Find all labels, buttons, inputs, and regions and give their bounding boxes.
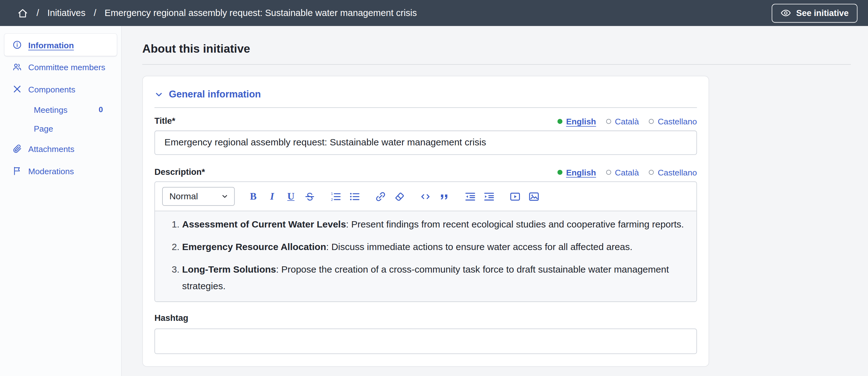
selected-language-dot [557, 170, 562, 175]
code-icon [420, 191, 431, 202]
video-embed-button[interactable] [506, 188, 524, 205]
link-button[interactable] [372, 188, 390, 205]
title-input[interactable] [155, 131, 697, 155]
indent-decrease-button[interactable] [461, 188, 479, 205]
sidebar-item-committee-members[interactable]: Committee members [4, 56, 117, 78]
sidebar-item-attachments[interactable]: Attachments [4, 138, 117, 160]
sidebar-item-components[interactable]: Components [4, 78, 117, 100]
meetings-count-badge: 0 [99, 105, 109, 114]
sidebar-item-label: Page [34, 124, 53, 133]
breadcrumb-separator: / [94, 8, 96, 19]
svg-text:2: 2 [331, 197, 333, 201]
indent-increase-button[interactable] [480, 188, 498, 205]
breadcrumb-initiatives-link[interactable]: Initiatives [48, 8, 85, 19]
editor-list-item: Long-Term Solutions: Propose the creatio… [182, 262, 685, 295]
language-selector: English Català Castellano [557, 168, 697, 177]
info-icon [12, 40, 22, 50]
home-icon [17, 7, 28, 19]
main-content: About this initiative General informatio… [122, 26, 868, 376]
rich-text-editor: Normal B I U [155, 181, 697, 302]
tools-icon [12, 84, 22, 94]
code-button[interactable] [416, 188, 435, 205]
editor-toolbar: Normal B I U [155, 182, 696, 211]
blockquote-button[interactable] [435, 188, 454, 205]
video-icon [509, 191, 521, 202]
sidebar-item-meetings[interactable]: Meetings 0 [4, 100, 117, 119]
sidebar-item-label: Moderations [28, 166, 74, 175]
general-information-toggle[interactable]: General information [155, 88, 697, 108]
bold-button[interactable]: B [244, 188, 262, 205]
language-tab-english[interactable]: English [557, 116, 596, 126]
language-tab-english[interactable]: English [557, 168, 596, 177]
paragraph-style-select[interactable]: Normal [162, 187, 235, 206]
see-initiative-button[interactable]: See initiative [772, 3, 857, 22]
image-icon [528, 191, 540, 202]
strikethrough-icon [304, 191, 315, 202]
underline-button[interactable]: U [282, 188, 300, 205]
eraser-icon [394, 191, 405, 202]
sidebar-item-page[interactable]: Page [4, 119, 117, 138]
bold-icon: B [250, 192, 256, 202]
language-tab-castellano[interactable]: Castellano [649, 168, 697, 177]
sidebar-item-label: Meetings [34, 105, 67, 114]
hashtag-input[interactable] [155, 329, 697, 354]
unselected-language-dot [649, 119, 654, 124]
unselected-language-dot [649, 170, 654, 175]
indent-increase-icon [483, 191, 495, 202]
sidebar-item-information[interactable]: Information [4, 34, 117, 56]
italic-icon: I [270, 192, 274, 202]
unselected-language-dot [606, 119, 611, 124]
breadcrumb: / Initiatives / Emergency regional assem… [17, 7, 417, 19]
language-tab-catala[interactable]: Català [606, 168, 639, 177]
sidebar-item-label: Information [28, 40, 74, 49]
sidebar-item-label: Attachments [28, 144, 74, 153]
underline-icon: U [287, 192, 294, 202]
title-field-row: Title* English Català Castellano [155, 116, 697, 126]
svg-text:1: 1 [331, 192, 333, 195]
sidebar: Information Committee members Compon [0, 26, 122, 376]
editor-list-item: Assessment of Current Water Levels: Pres… [182, 216, 685, 233]
editor-content-area[interactable]: Assessment of Current Water Levels: Pres… [155, 211, 696, 301]
clear-format-button[interactable] [391, 188, 409, 205]
decidim-admin-app: / Initiatives / Emergency regional assem… [0, 0, 868, 376]
description-field-row: Description* English Català Castellano [155, 167, 697, 177]
breadcrumb-current-page: Emergency regional assembly request: Sus… [105, 8, 417, 19]
hashtag-label: Hashtag [155, 313, 697, 323]
editor-list-item: Emergency Resource Allocation: Discuss i… [182, 239, 685, 256]
language-selector: English Català Castellano [557, 116, 697, 126]
general-information-card: General information Title* English Catal… [143, 76, 709, 367]
sidebar-item-label: Components [28, 84, 75, 94]
topbar: / Initiatives / Emergency regional assem… [0, 0, 868, 26]
title-label: Title* [155, 116, 175, 126]
italic-button[interactable]: I [263, 188, 281, 205]
link-icon [375, 191, 386, 202]
title-divider [143, 64, 851, 65]
home-link[interactable] [17, 7, 28, 19]
selected-language-dot [557, 119, 562, 124]
users-icon [12, 62, 22, 72]
eye-icon [780, 8, 791, 19]
chevron-down-icon [155, 90, 163, 99]
language-tab-castellano[interactable]: Castellano [649, 116, 697, 126]
ordered-list-button[interactable]: 1 2 [327, 188, 345, 205]
quote-icon [438, 191, 450, 202]
breadcrumb-separator: / [37, 8, 39, 19]
bullet-list-icon [349, 191, 360, 202]
strikethrough-button[interactable] [301, 188, 319, 205]
bullet-list-button[interactable] [346, 188, 364, 205]
see-initiative-label: See initiative [796, 8, 848, 18]
section-title: General information [169, 88, 261, 100]
sidebar-item-moderations[interactable]: Moderations [4, 160, 117, 182]
indent-decrease-icon [464, 191, 476, 202]
language-tab-catala[interactable]: Català [606, 116, 639, 126]
ordered-list-icon: 1 2 [330, 191, 341, 202]
editor-ordered-list: Assessment of Current Water Levels: Pres… [166, 216, 685, 295]
insert-image-button[interactable] [525, 188, 543, 205]
sidebar-item-label: Committee members [28, 62, 105, 72]
unselected-language-dot [606, 170, 611, 175]
flag-icon [12, 166, 22, 176]
chevron-down-icon [221, 193, 228, 200]
paperclip-icon [12, 144, 22, 154]
page-title: About this initiative [143, 42, 851, 55]
description-label: Description* [155, 167, 205, 177]
